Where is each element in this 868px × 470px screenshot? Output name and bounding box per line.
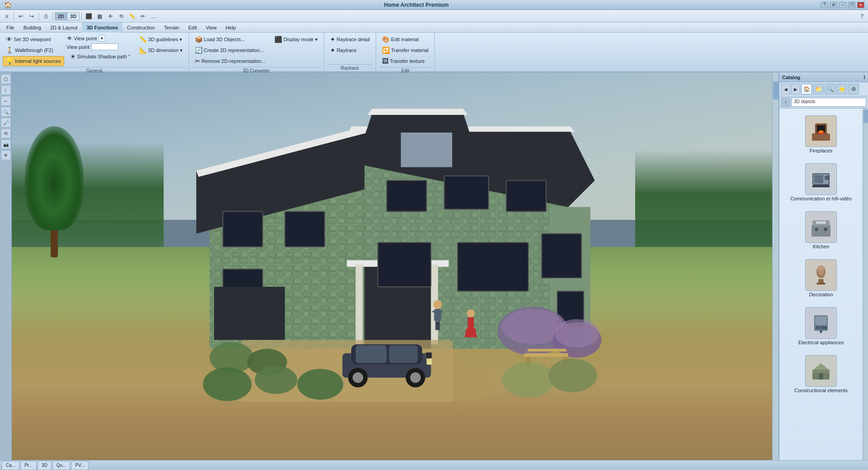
viewport[interactable]: ⬡ ↕ ↔ 🔍 🔎 ⟲ 📷 ✛ (0, 72, 778, 460)
svg-point-89 (816, 228, 817, 230)
restore-btn[interactable]: ❐ (848, 2, 855, 8)
vp-tool-crosshair[interactable]: ✛ (1, 150, 11, 160)
app-menu-btn[interactable]: ≡ (2, 11, 12, 21)
viewpoint-input[interactable] (91, 43, 118, 50)
svg-rect-21 (444, 176, 489, 209)
help-btn[interactable]: ? (821, 2, 828, 8)
svg-point-71 (297, 369, 344, 400)
raytrace-detail-btn[interactable]: ✦ Raytrace detail (327, 34, 373, 44)
catalog-collapse-btn[interactable]: ⟩ (863, 75, 865, 80)
svg-rect-98 (815, 316, 827, 325)
catalog-item-hifi[interactable]: Communication et hifi-vidéo (781, 160, 861, 204)
menu-building[interactable]: Building (19, 23, 46, 33)
menu-view[interactable]: View (201, 23, 221, 33)
decoration-icon (805, 259, 837, 291)
menu-construction[interactable]: Construction (123, 23, 160, 33)
vp-tool-select[interactable]: ⬡ (1, 74, 11, 84)
menu-edit[interactable]: Edit (184, 23, 201, 33)
zoom-btn[interactable]: ▦ (94, 11, 104, 21)
svg-point-48 (434, 300, 443, 309)
catalog-up-btn[interactable]: ↑ (781, 98, 790, 107)
vp-tool-zoom-in[interactable]: 🔍 (1, 107, 11, 117)
simulate-shadow-btn[interactable]: ☀ Simulate Shadow path " (67, 52, 133, 62)
transfer-material-btn[interactable]: 🔁 Transfer material (379, 45, 432, 55)
window-title: Home Architect Premium (12, 2, 821, 8)
tab-properties[interactable]: Pr... (20, 461, 37, 470)
create-2d-rep-btn[interactable]: 🔄 Create 2D representation... (192, 45, 269, 55)
extra-btn[interactable]: … (149, 11, 159, 21)
close-btn[interactable]: ✕ (857, 2, 864, 8)
settings-btn[interactable]: ⚙ (830, 2, 837, 8)
catalog-content-area: Fireplaces (779, 109, 868, 460)
2d-3d-toggle[interactable]: 2D 3D (55, 12, 80, 20)
vp-tool-zoom-out[interactable]: 🔎 (1, 118, 11, 128)
catalog-item-decoration[interactable]: Decoration (781, 256, 861, 300)
redo-btn[interactable]: ↪ (27, 11, 37, 21)
svg-rect-84 (812, 185, 830, 187)
remove2d-icon: ✂ (195, 57, 200, 65)
load-3d-objects-btn[interactable]: 📦 Load 3D Objects... (192, 34, 269, 44)
edit-material-btn[interactable]: 🎨 Edit material (379, 34, 432, 44)
catalog-tab-folder[interactable]: 📁 (813, 84, 824, 95)
construction-icon (805, 355, 837, 387)
walkthrough-btn[interactable]: 🚶 Walkthrough (F2) (3, 45, 64, 55)
remove-2d-rep-btn[interactable]: ✂ Remove 2D-representation... (192, 56, 269, 66)
catalog-items: Fireplaces (779, 109, 863, 400)
rotate-btn[interactable]: ⟲ (116, 11, 126, 21)
catalog-header: Catalog ⟩ (779, 72, 868, 82)
draw-btn[interactable]: ✏ (138, 11, 148, 21)
print-btn[interactable]: ⎙ (41, 11, 51, 21)
vp-tool-move-v[interactable]: ↕ (1, 85, 11, 95)
svg-rect-47 (426, 352, 432, 359)
pan-btn[interactable]: ✛ (105, 11, 115, 21)
display-mode-btn[interactable]: ⬛ Display mode ▾ (271, 34, 321, 44)
catalog-scroll[interactable]: Fireplaces (779, 109, 863, 460)
menu-terrain[interactable]: Terrain (160, 23, 184, 33)
catalog-tab-star[interactable]: ⭐ (836, 84, 847, 95)
catalog-item-fireplaces[interactable]: Fireplaces (781, 112, 861, 157)
svg-rect-85 (811, 225, 830, 237)
raytrace-btn[interactable]: ✦ Raytrace (327, 45, 373, 55)
menu-3dfunctions[interactable]: 3D Functions (82, 23, 123, 33)
mode-2d[interactable]: 2D (55, 13, 67, 20)
viewport-scrollbar[interactable] (772, 72, 778, 460)
house-svg (118, 92, 673, 402)
catalog-item-construction[interactable]: Constructional elements (781, 352, 861, 396)
measure-btn[interactable]: 📏 (127, 11, 137, 21)
minimize-btn[interactable]: − (839, 2, 846, 8)
undo-btn[interactable]: ↩ (16, 11, 26, 21)
catalog-scrollbar[interactable] (863, 109, 868, 460)
transfer-texture-btn[interactable]: 🖼 Transfer texture (379, 56, 432, 66)
menu-file[interactable]: File (2, 23, 19, 33)
tab-quantities[interactable]: Qu... (52, 461, 71, 470)
3d-dimension-btn[interactable]: 📐 3D dimension ▾ (136, 45, 186, 55)
walkthrough-icon: 🚶 (6, 47, 14, 54)
tab-3d[interactable]: 3D (38, 461, 52, 470)
vp-tool-rotate[interactable]: ⟲ (1, 128, 11, 138)
catalog-back-btn[interactable]: ◀ (781, 84, 790, 95)
select-btn[interactable]: ⬛ (84, 11, 94, 21)
svg-point-69 (203, 367, 252, 401)
catalog-tab-search[interactable]: 🔍 (825, 84, 835, 95)
catalog-tab-settings[interactable]: ⚙ (848, 84, 859, 95)
svg-rect-51 (439, 311, 443, 313)
vp-tool-move-h[interactable]: ↔ (1, 96, 11, 106)
3d-guidelines-btn[interactable]: 📏 3D guidelines ▾ (136, 34, 186, 44)
catalog-item-kitchen[interactable]: Kitchen (781, 208, 861, 252)
tab-catalog[interactable]: Ca... (2, 461, 19, 470)
mode-3d[interactable]: 3D (67, 13, 79, 20)
catalog-item-electrical[interactable]: Electrical appliances (781, 304, 861, 348)
help-icon[interactable]: ? (858, 13, 866, 19)
catalog-forward-btn[interactable]: ▶ (791, 84, 800, 95)
tab-pv[interactable]: PV... (71, 461, 89, 470)
vp-tool-camera[interactable]: 📷 (1, 139, 11, 149)
hifi-icon (805, 163, 837, 195)
internal-light-sources-btn[interactable]: 💡 Internal light sources (3, 56, 64, 66)
svg-point-83 (826, 176, 828, 179)
menu-2dlayout[interactable]: 2D & Layout (46, 23, 82, 33)
catalog-tab-home[interactable]: 🏠 (801, 84, 812, 95)
svg-point-70 (255, 366, 297, 394)
menu-help[interactable]: Help (221, 23, 241, 33)
set-3d-viewpoint-btn[interactable]: 👁 Set 3D viewpoint (3, 34, 64, 44)
viewpoint-dropdown[interactable]: ▾ (99, 35, 105, 42)
